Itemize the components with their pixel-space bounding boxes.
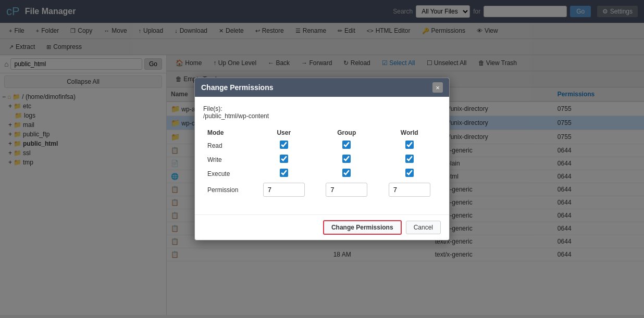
permissions-table: Mode User Group World Read Write xyxy=(203,127,441,199)
modal-title: Change Permissions xyxy=(201,83,274,92)
read-group-checkbox[interactable] xyxy=(342,141,351,149)
change-permissions-modal: Change Permissions × File(s): /public_ht… xyxy=(194,78,450,240)
permission-label: Permission xyxy=(203,181,253,199)
execute-user-checkbox[interactable] xyxy=(280,169,288,177)
write-label: Write xyxy=(203,152,253,167)
perm-row-execute: Execute xyxy=(203,167,441,181)
perm-row-read: Read xyxy=(203,138,441,152)
modal-body: File(s): /public_html/wp-content Mode Us… xyxy=(195,97,449,214)
mode-col-header: Mode xyxy=(203,127,253,138)
modal-overlay: Change Permissions × File(s): /public_ht… xyxy=(0,0,644,315)
perm-user-input[interactable] xyxy=(263,183,305,197)
world-col-header: World xyxy=(378,127,441,138)
write-user-checkbox[interactable] xyxy=(280,155,288,163)
perm-row-values: Permission xyxy=(203,181,441,199)
perm-row-write: Write xyxy=(203,152,441,167)
write-world-checkbox[interactable] xyxy=(405,155,414,163)
perm-table-header: Mode User Group World xyxy=(203,127,441,138)
execute-label: Execute xyxy=(203,167,253,181)
user-col-header: User xyxy=(253,127,315,138)
perm-world-input[interactable] xyxy=(389,183,430,197)
execute-world-checkbox[interactable] xyxy=(405,169,414,177)
modal-header: Change Permissions × xyxy=(195,78,449,97)
file-prefix: File(s): xyxy=(203,105,222,112)
read-label: Read xyxy=(203,138,253,152)
read-user-checkbox[interactable] xyxy=(280,141,288,149)
cancel-button[interactable]: Cancel xyxy=(406,221,441,234)
perm-group-input[interactable] xyxy=(326,183,367,197)
execute-group-checkbox[interactable] xyxy=(342,169,351,177)
modal-file-info: File(s): /public_html/wp-content xyxy=(203,105,441,120)
change-permissions-button[interactable]: Change Permissions xyxy=(323,220,402,235)
group-col-header: Group xyxy=(315,127,378,138)
modal-close-button[interactable]: × xyxy=(432,82,443,93)
file-path: /public_html/wp-content xyxy=(203,112,269,120)
read-world-checkbox[interactable] xyxy=(405,141,414,149)
modal-footer: Change Permissions Cancel xyxy=(195,214,449,240)
write-group-checkbox[interactable] xyxy=(342,155,351,163)
